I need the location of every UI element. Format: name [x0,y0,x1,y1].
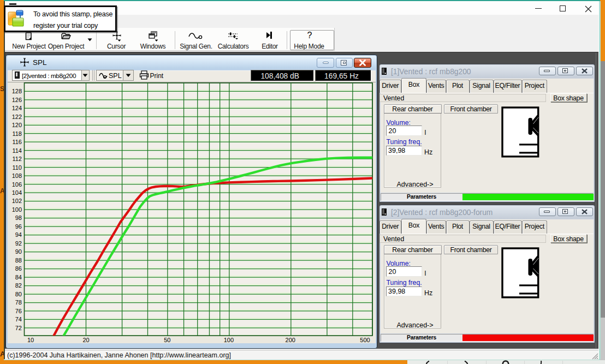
svg-text:72: 72 [15,325,21,331]
svg-text:90: 90 [15,248,21,255]
svg-text:500: 500 [360,337,370,343]
svg-text:122: 122 [11,114,21,120]
svg-text:106: 106 [11,181,21,188]
svg-text:82: 82 [15,282,21,289]
svg-text:20: 20 [82,337,89,343]
svg-text:88: 88 [15,257,21,264]
svg-text:86: 86 [15,265,21,272]
svg-text:124: 124 [11,105,21,111]
svg-text:100: 100 [11,206,21,213]
svg-text:98: 98 [15,214,21,221]
svg-text:94: 94 [15,231,21,238]
svg-text:114: 114 [12,147,22,154]
svg-text:102: 102 [11,198,21,204]
svg-text:128: 128 [11,88,21,94]
svg-text:76: 76 [15,308,21,314]
svg-text:92: 92 [15,240,21,247]
svg-text:200: 200 [285,337,295,343]
svg-text:50: 50 [164,337,170,343]
svg-text:84: 84 [15,274,21,281]
svg-text:112: 112 [12,156,22,162]
svg-text:100: 100 [223,337,233,343]
svg-text:110: 110 [12,164,22,171]
svg-text:126: 126 [11,97,21,103]
svg-text:118: 118 [12,130,22,137]
svg-text:78: 78 [15,299,21,306]
svg-text:10: 10 [27,337,33,343]
svg-text:120: 120 [11,122,21,128]
svg-text:80: 80 [15,291,21,297]
svg-text:116: 116 [12,139,22,145]
svg-text:104: 104 [11,189,21,196]
svg-text:74: 74 [15,316,21,323]
svg-text:96: 96 [15,223,21,230]
svg-text:108: 108 [11,172,21,179]
